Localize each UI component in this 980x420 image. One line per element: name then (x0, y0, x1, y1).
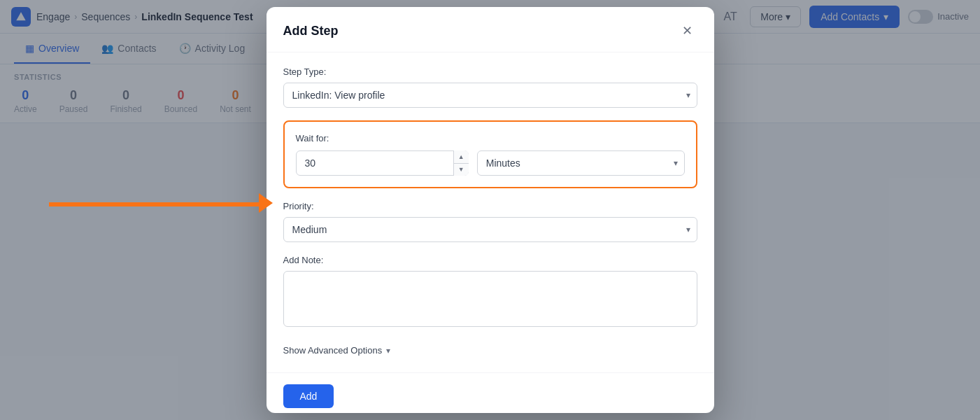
show-advanced-options[interactable]: Show Advanced Options ▾ (283, 342, 697, 358)
wait-for-section: Wait for: ▲ ▼ Minutes Hour (283, 120, 697, 188)
priority-group: Priority: Low Medium High ▾ (283, 201, 697, 242)
modal-body: Step Type: LinkedIn: View profile Linked… (267, 52, 714, 372)
add-step-modal: Add Step ✕ Step Type: LinkedIn: View pro… (267, 7, 714, 413)
show-advanced-label: Show Advanced Options (283, 345, 383, 356)
step-type-select[interactable]: LinkedIn: View profile LinkedIn: Send me… (283, 83, 697, 108)
add-note-group: Add Note: (283, 255, 697, 330)
modal-title: Add Step (283, 24, 339, 38)
step-type-select-wrapper: LinkedIn: View profile LinkedIn: Send me… (283, 83, 697, 108)
step-type-label: Step Type: (283, 66, 697, 77)
modal-close-button[interactable]: ✕ (678, 21, 697, 41)
wait-unit-wrapper: Minutes Hours Days Weeks ▾ (477, 150, 685, 176)
step-type-group: Step Type: LinkedIn: View profile Linked… (283, 66, 697, 108)
add-note-textarea[interactable] (283, 271, 697, 327)
add-step-button[interactable]: Add (283, 384, 334, 408)
modal-footer: Add (267, 372, 714, 413)
wait-for-inputs: ▲ ▼ Minutes Hours Days Weeks ▾ (296, 150, 685, 176)
priority-select-wrapper: Low Medium High ▾ (283, 217, 697, 242)
arrow-annotation (49, 196, 273, 213)
wait-number-wrapper: ▲ ▼ (296, 150, 469, 176)
arrow-head (259, 193, 273, 213)
arrow-body (49, 202, 259, 206)
wait-number-input[interactable] (296, 150, 469, 176)
stepper-down-button[interactable]: ▼ (454, 164, 469, 176)
wait-unit-select[interactable]: Minutes Hours Days Weeks (477, 150, 685, 176)
stepper-up-button[interactable]: ▲ (454, 150, 469, 164)
priority-label: Priority: (283, 201, 697, 211)
add-note-label: Add Note: (283, 255, 697, 265)
stepper-buttons: ▲ ▼ (453, 150, 469, 176)
advanced-chevron-icon: ▾ (386, 346, 390, 356)
modal-header: Add Step ✕ (267, 7, 714, 52)
wait-for-label: Wait for: (296, 133, 685, 144)
priority-select[interactable]: Low Medium High (283, 217, 697, 242)
